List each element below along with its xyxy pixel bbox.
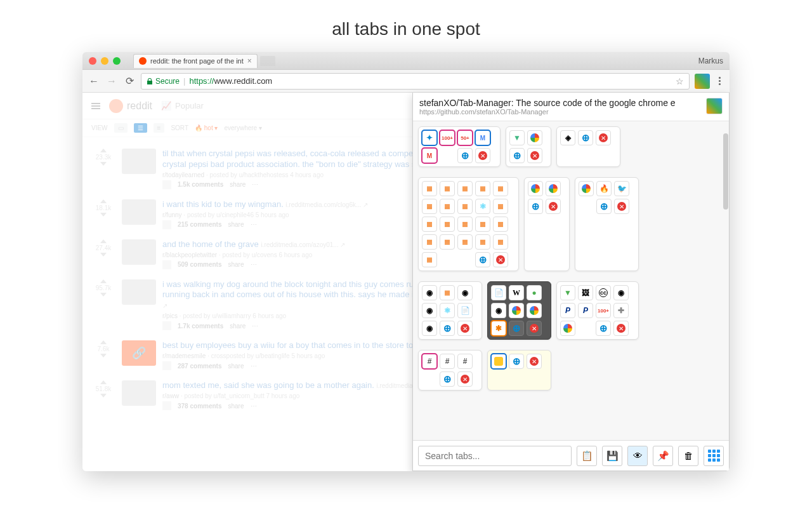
gmail-tab-icon[interactable]: 50+ xyxy=(457,130,473,145)
cc-tab-icon[interactable]: cc xyxy=(596,285,611,300)
forward-button[interactable]: → xyxy=(105,75,118,88)
add-tab-button[interactable]: ⊕ xyxy=(528,199,543,214)
google-tab-icon[interactable] xyxy=(509,303,524,318)
close-window-button[interactable]: ✕ xyxy=(527,148,542,163)
window-group-active[interactable]: 📄 W ● ◉ ✱ ⊕ ✕ xyxy=(487,281,551,340)
gmail-tab-icon[interactable]: 100+ xyxy=(596,303,611,318)
window-group[interactable]: ≣ ≣ ≣ ≣ ≣ ≣ ≣ ≣ ⚛ ≣ ≣ ≣ ≣ ≣ ≣ ≣ ≣ xyxy=(418,177,519,271)
firebase-tab-icon[interactable]: 🔥 xyxy=(596,181,612,196)
chrome-tab-icon[interactable] xyxy=(546,181,561,196)
back-button[interactable]: ← xyxy=(88,75,100,88)
window-group[interactable]: ⊕ ✕ xyxy=(524,177,570,271)
wikipedia-tab-icon[interactable]: W xyxy=(509,285,524,300)
tab-icon[interactable]: ⚛ xyxy=(440,303,455,318)
add-tab-button[interactable]: ⊕ xyxy=(596,321,611,336)
stackoverflow-tab-icon[interactable]: ≣ xyxy=(422,252,437,267)
tab-icon[interactable] xyxy=(491,354,506,369)
github-tab-icon[interactable]: ◉ xyxy=(422,285,437,300)
delete-button[interactable]: 🗑 xyxy=(678,446,698,466)
tab-icon[interactable]: ▼ xyxy=(560,285,575,300)
paypal-tab-icon[interactable]: P xyxy=(578,303,593,318)
stackoverflow-tab-icon[interactable]: ≣ xyxy=(422,217,437,232)
close-window-button[interactable]: ✕ xyxy=(475,148,490,163)
close-window-button[interactable]: ✕ xyxy=(527,354,542,369)
close-window-button[interactable]: ✕ xyxy=(596,130,611,145)
github-tab-icon[interactable]: ◉ xyxy=(422,321,437,336)
github-tab-icon[interactable]: ◉ xyxy=(491,303,506,318)
tab-icon[interactable]: # xyxy=(440,354,455,369)
window-group[interactable]: # # # ⊕ ✕ xyxy=(418,350,482,391)
react-tab-icon[interactable]: ⚛ xyxy=(475,199,490,214)
stackoverflow-tab-icon[interactable]: ≣ xyxy=(440,181,455,196)
chrome-tab-icon[interactable] xyxy=(579,181,594,196)
stackoverflow-tab-icon[interactable]: ≣ xyxy=(457,217,473,232)
close-window-button[interactable]: ✕ xyxy=(613,321,629,336)
search-tabs-input[interactable] xyxy=(418,446,572,466)
tab-icon[interactable]: ✦ xyxy=(422,130,437,145)
gmail-tab-icon[interactable]: M xyxy=(475,130,490,145)
stackoverflow-tab-icon[interactable]: ≣ xyxy=(493,181,508,196)
reload-button[interactable]: ⟳ xyxy=(123,75,136,88)
stackoverflow-tab-icon[interactable]: ≣ xyxy=(457,234,473,250)
stackoverflow-tab-icon[interactable]: ≣ xyxy=(475,234,490,250)
gmail-tab-icon[interactable]: M xyxy=(422,148,437,163)
google-tab-icon[interactable] xyxy=(527,303,542,318)
browser-tab[interactable]: reddit: the front page of the int × xyxy=(133,54,258,68)
active-tab-icon[interactable]: ✱ xyxy=(491,321,506,336)
add-tab-button[interactable]: ⊕ xyxy=(509,321,524,336)
stackoverflow-tab-icon[interactable]: ≣ xyxy=(475,217,490,232)
profile-name[interactable]: Markus xyxy=(698,57,723,65)
window-group-highlight[interactable]: ⊕ ✕ xyxy=(487,350,551,391)
add-tab-button[interactable]: ⊕ xyxy=(509,354,524,369)
close-window-button[interactable]: ✕ xyxy=(457,371,473,387)
chrome-tab-icon[interactable] xyxy=(528,181,543,196)
close-tab-icon[interactable]: × xyxy=(247,57,252,65)
extension-tab-icon[interactable]: ✚ xyxy=(613,303,629,318)
codepen-tab-icon[interactable]: ◈ xyxy=(560,130,575,145)
tab-manager-extension-icon[interactable] xyxy=(695,74,710,89)
grid-view-button[interactable] xyxy=(704,446,724,466)
stackoverflow-tab-icon[interactable]: ≣ xyxy=(440,285,455,300)
stackoverflow-tab-icon[interactable]: ≣ xyxy=(440,217,455,232)
stackoverflow-tab-icon[interactable]: ≣ xyxy=(440,199,455,214)
pin-button[interactable]: 📌 xyxy=(653,446,673,466)
minimize-window-icon[interactable] xyxy=(101,57,108,65)
file-tab-icon[interactable]: 📄 xyxy=(491,285,506,300)
tab-icon[interactable]: # xyxy=(422,354,437,369)
copy-button[interactable]: 📋 xyxy=(577,446,597,466)
maximize-window-icon[interactable] xyxy=(113,57,121,65)
tab-icon[interactable]: 🖼 xyxy=(578,285,593,300)
window-group[interactable]: ▼ 🖼 cc ◉ P P 100+ ✚ ⊕ ✕ xyxy=(556,281,639,340)
add-tab-button[interactable]: ⊕ xyxy=(440,321,455,336)
add-tab-button[interactable]: ⊕ xyxy=(475,252,490,267)
bookmark-star-icon[interactable]: ☆ xyxy=(676,76,684,86)
twitter-tab-icon[interactable]: 🐦 xyxy=(614,181,629,196)
vue-tab-icon[interactable]: ▼ xyxy=(509,130,525,145)
window-group[interactable]: ◈ ⊕ ✕ xyxy=(556,126,620,167)
address-bar[interactable]: Secure | https://www.reddit.com ☆ xyxy=(141,73,690,90)
close-window-button[interactable]: ✕ xyxy=(493,252,508,267)
scrollbar[interactable] xyxy=(723,133,728,469)
close-window-button[interactable]: ✕ xyxy=(527,321,542,336)
add-tab-button[interactable]: ⊕ xyxy=(457,148,473,163)
stackoverflow-tab-icon[interactable]: ≣ xyxy=(457,199,473,214)
google-tab-icon[interactable] xyxy=(527,130,542,145)
chrome-tab-icon[interactable] xyxy=(560,321,575,336)
stackoverflow-tab-icon[interactable]: ≣ xyxy=(440,234,455,250)
github-tab-icon[interactable]: ◉ xyxy=(422,303,437,318)
stackoverflow-tab-icon[interactable]: ≣ xyxy=(422,234,437,250)
stackoverflow-tab-icon[interactable]: ≣ xyxy=(493,217,508,232)
stackoverflow-tab-icon[interactable]: ≣ xyxy=(422,199,437,214)
stackoverflow-tab-icon[interactable]: ≣ xyxy=(457,181,473,196)
new-tab-button[interactable] xyxy=(260,56,275,66)
close-window-button[interactable]: ✕ xyxy=(457,321,473,336)
add-tab-button[interactable]: ⊕ xyxy=(596,199,612,214)
gmail-tab-icon[interactable]: 100+ xyxy=(440,130,455,145)
github-tab-icon[interactable]: ◉ xyxy=(613,285,629,300)
add-tab-button[interactable]: ⊕ xyxy=(578,130,593,145)
chrome-menu-icon[interactable] xyxy=(715,77,724,85)
close-window-button[interactable]: ✕ xyxy=(546,199,561,214)
add-tab-button[interactable]: ⊕ xyxy=(509,148,525,163)
tab-icon[interactable]: ● xyxy=(527,285,542,300)
close-window-button[interactable]: ✕ xyxy=(614,199,629,214)
